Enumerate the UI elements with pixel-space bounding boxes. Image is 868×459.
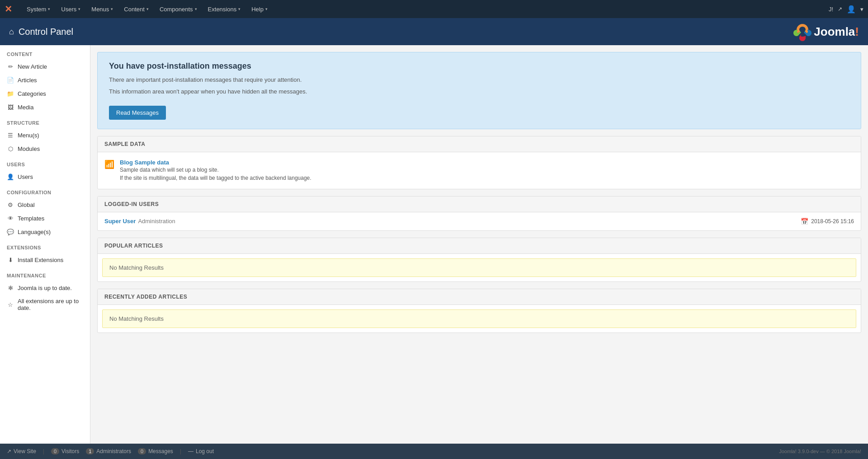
logged-in-users-body: Super User Administration 📅 2018-05-26 1… — [98, 212, 861, 230]
sidebar-item-media[interactable]: 🖼 Media — [0, 100, 90, 114]
sidebar-section-structure: STRUCTURE — [0, 114, 90, 128]
sidebar-label-templates: Templates — [18, 215, 83, 222]
sidebar-label-new-article: New Article — [18, 63, 83, 70]
sidebar-item-install-extensions[interactable]: ⬇ Install Extensions — [0, 253, 90, 267]
banner-title: You have post-installation messages — [109, 61, 849, 71]
sidebar-label-install-extensions: Install Extensions — [18, 257, 83, 263]
recently-added-panel: RECENTLY ADDED ARTICLES No Matching Resu… — [97, 289, 861, 333]
arrow-icon: ▾ — [265, 7, 268, 11]
sidebar-label-joomla-update: Joomla is up to date. — [18, 285, 83, 291]
file-icon: 📄 — [7, 76, 14, 84]
arrow-icon: ▾ — [238, 7, 241, 11]
nav-components[interactable]: Components ▾ — [154, 0, 203, 18]
administrators-label: Administrators — [96, 448, 131, 454]
topbar-j-label[interactable]: J! — [829, 6, 833, 13]
arrow-icon: ▾ — [48, 7, 50, 11]
messages-count: 0 — [138, 448, 146, 454]
sample-data-header: SAMPLE DATA — [98, 136, 861, 152]
main-layout: CONTENT ✏ New Article 📄 Articles 📁 Categ… — [0, 45, 868, 444]
popular-articles-header: POPULAR ARTICLES — [98, 238, 861, 254]
footer-version: Joomla! 3.9.0-dev — © 2018 Joomla! — [779, 449, 861, 454]
topbar-right: J! ↗ 👤 ▾ — [829, 5, 863, 14]
list-icon: ☰ — [7, 131, 14, 139]
sidebar-item-languages[interactable]: 💬 Language(s) — [0, 225, 90, 239]
messages-item: 0 Messages — [138, 448, 173, 454]
sidebar-label-articles: Articles — [18, 77, 83, 84]
header: ⌂ Control Panel Joomla! — [0, 18, 868, 45]
arrow-icon: ▾ — [146, 7, 149, 11]
read-messages-button[interactable]: Read Messages — [109, 106, 166, 120]
arrow-icon: ▾ — [195, 7, 197, 11]
star-icon: ☆ — [7, 301, 14, 308]
sidebar-item-joomla-update[interactable]: ✻ Joomla is up to date. — [0, 281, 90, 295]
visitors-label: Visitors — [61, 448, 79, 454]
sidebar: CONTENT ✏ New Article 📄 Articles 📁 Categ… — [0, 45, 90, 444]
nav-extensions[interactable]: Extensions ▾ — [203, 0, 246, 18]
download-icon: ⬇ — [7, 256, 14, 263]
chat-icon: 💬 — [7, 228, 14, 235]
sidebar-item-global[interactable]: ⚙ Global — [0, 198, 90, 211]
image-icon: 🖼 — [7, 103, 14, 111]
view-site-link[interactable]: ↗ View Site — [7, 448, 36, 454]
user-date: 📅 2018-05-26 15:16 — [801, 218, 854, 225]
wifi-icon: 📶 — [104, 159, 114, 169]
sidebar-item-modules[interactable]: ⬡ Modules — [0, 142, 90, 155]
nav-menus[interactable]: Menus ▾ — [86, 0, 118, 18]
eye-icon: 👁 — [7, 215, 14, 222]
banner-text-line2: This information area won't appear when … — [109, 87, 849, 97]
logged-in-users-header: LOGGED-IN USERS — [98, 197, 861, 212]
sidebar-item-templates[interactable]: 👁 Templates — [0, 211, 90, 225]
sidebar-label-media: Media — [18, 104, 83, 111]
sample-data-body: 📶 Blog Sample data Sample data which wil… — [98, 152, 861, 189]
sidebar-item-extensions-update[interactable]: ☆ All extensions are up to date. — [0, 295, 90, 314]
external-icon: ↗ — [7, 448, 11, 454]
messages-label: Messages — [148, 448, 173, 454]
joomla-logo-icon — [793, 22, 812, 41]
sidebar-section-users: USERS — [0, 155, 90, 170]
sep1: | — [43, 448, 44, 454]
sidebar-label-extensions-update: All extensions are up to date. — [18, 298, 83, 311]
joomla-logo-text: Joomla! — [814, 25, 859, 39]
page-title: Control Panel — [19, 27, 73, 37]
nav-users[interactable]: Users ▾ — [56, 0, 86, 18]
nav-system[interactable]: System ▾ — [21, 0, 56, 18]
joomla-x-icon: ✕ — [5, 4, 12, 14]
sidebar-item-categories[interactable]: 📁 Categories — [0, 87, 90, 100]
home-icon[interactable]: ⌂ — [9, 27, 14, 37]
view-site-label: View Site — [14, 448, 36, 454]
user-arrow-icon: ▾ — [860, 6, 863, 13]
blog-sample-data-link[interactable]: Blog Sample data — [120, 159, 169, 166]
sidebar-label-global: Global — [18, 201, 83, 208]
sidebar-label-modules: Modules — [18, 145, 83, 152]
recently-added-body: No Matching Results — [98, 309, 861, 328]
sidebar-item-new-article[interactable]: ✏ New Article — [0, 60, 90, 73]
visitors-count: 0 — [51, 448, 59, 454]
gear-icon: ⚙ — [7, 201, 14, 208]
sidebar-section-configuration: CONFIGURATION — [0, 183, 90, 198]
topbar-user-icon[interactable]: 👤 — [847, 5, 856, 14]
arrow-icon: ▾ — [111, 7, 113, 11]
user-role: Administration — [138, 218, 175, 225]
sidebar-item-menus[interactable]: ☰ Menu(s) — [0, 128, 90, 142]
folder-icon: 📁 — [7, 90, 14, 97]
topbar-nav: System ▾ Users ▾ Menus ▾ Content ▾ Compo… — [21, 0, 829, 18]
sample-data-panel: SAMPLE DATA 📶 Blog Sample data Sample da… — [97, 136, 861, 189]
logout-button[interactable]: — Log out — [188, 448, 214, 454]
topbar-brand: ✕ — [5, 4, 12, 14]
logout-label: Log out — [196, 448, 214, 454]
sample-data-desc1: Sample data which will set up a blog sit… — [120, 166, 854, 174]
visitors-item: 0 Visitors — [51, 448, 79, 454]
sample-data-row: 📶 Blog Sample data Sample data which wil… — [98, 152, 861, 189]
nav-help[interactable]: Help ▾ — [246, 0, 273, 18]
user-datetime: 2018-05-26 15:16 — [811, 218, 854, 225]
sep2: | — [180, 448, 181, 454]
user-row: Super User Administration 📅 2018-05-26 1… — [98, 212, 861, 230]
sidebar-item-articles[interactable]: 📄 Articles — [0, 73, 90, 87]
sidebar-label-users: Users — [18, 173, 83, 180]
sidebar-section-extensions: EXTENSIONS — [0, 239, 90, 253]
user-name[interactable]: Super User — [104, 218, 136, 225]
calendar-icon: 📅 — [801, 218, 808, 225]
post-install-banner: You have post-installation messages Ther… — [97, 52, 861, 129]
sidebar-item-users[interactable]: 👤 Users — [0, 170, 90, 183]
nav-content[interactable]: Content ▾ — [118, 0, 154, 18]
